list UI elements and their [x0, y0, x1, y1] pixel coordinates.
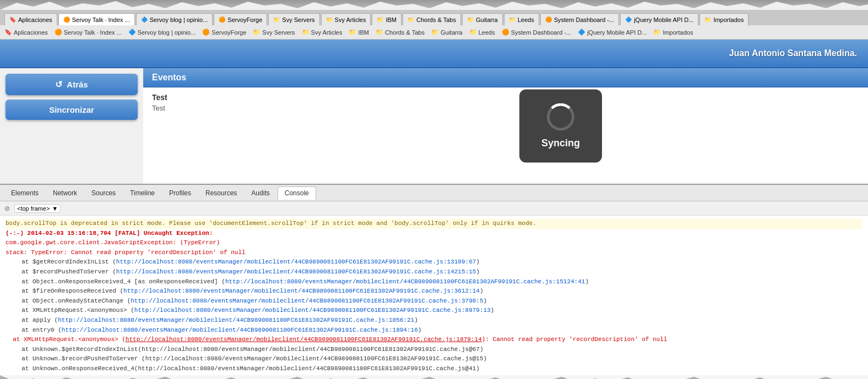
tab-favicon: 📁 [408, 17, 414, 23]
sync-button[interactable]: Sincronizar [6, 100, 138, 120]
bookmark-favicon: 🔖 [4, 29, 12, 36]
bookmark-favicon: 🟠 [202, 29, 210, 36]
bookmark-label: Servoy blog | opinio... [138, 29, 196, 36]
tab-importados[interactable]: 📁 Importados [699, 13, 748, 25]
tab-profiles[interactable]: Profiles [162, 187, 198, 199]
bookmark-jquery[interactable]: 🔷 jQuery Mobile API D... [578, 29, 647, 36]
bookmark-label: ServoyForge [211, 29, 246, 36]
tab-label: Svy Articles [335, 17, 366, 23]
tab-audits[interactable]: Audits [245, 187, 276, 199]
event-subtitle: Test [152, 104, 859, 112]
console-line-warning: body.scrollTop is deprecated in strict m… [6, 219, 862, 229]
tab-favicon: 🟠 [63, 17, 70, 23]
content-area: Eventos Test Test Syncing [143, 68, 868, 184]
events-header: Eventos [143, 68, 868, 87]
sync-label: Sincronizar [49, 105, 94, 114]
syncing-spinner [547, 103, 574, 131]
header-bar: Juan Antonio Santana Medina. [0, 40, 868, 68]
events-content: Test Test [143, 87, 868, 118]
tab-favicon: 📁 [467, 17, 474, 23]
bookmark-guitarra[interactable]: 📁 Guitarra [431, 29, 463, 36]
tab-network[interactable]: Network [46, 187, 84, 199]
tab-label: IBM [386, 17, 397, 23]
bookmark-servoy-talk[interactable]: 🟠 Servoy Talk · Index ... [55, 29, 122, 36]
devtools-tabs: Elements Network Sources Timeline Profil… [0, 185, 868, 201]
tab-label: ServoyForge [227, 17, 262, 23]
bookmark-chords[interactable]: 📁 Chords & Tabs [376, 29, 425, 36]
bookmark-label: System Dashboard -... [511, 29, 571, 36]
console-line-stack-6: at XMLHttpRequest.<anonymous> (http://lo… [6, 306, 862, 316]
tab-label: jQuery Mobile API D... [634, 17, 693, 23]
tab-timeline[interactable]: Timeline [123, 187, 161, 199]
tab-label: Importados [713, 17, 744, 23]
console-line-error-2: stack: TypeError: Cannot read property '… [6, 248, 862, 258]
tab-aplicaciones[interactable]: 🔖 Aplicaciones [4, 13, 57, 25]
console-line-fatal: (-:-) 2014-02-03 15:16:18,704 [FATAL] Un… [6, 229, 862, 239]
console-line-stack-10: at Unknown.$recordPushedToServer (http:/… [6, 354, 862, 364]
devtools-panel: Elements Network Sources Timeline Profil… [0, 184, 868, 375]
console-line-error-long: at XMLHttpRequest.<anonymous> (http://lo… [6, 335, 862, 345]
bookmark-importados[interactable]: 📁 Importados [653, 29, 693, 36]
bookmark-favicon: 🔷 [578, 29, 585, 36]
tab-ibm[interactable]: 📁 IBM [372, 13, 402, 25]
tab-svy-servers[interactable]: 📁 Svy Servers [268, 13, 319, 25]
back-button[interactable]: ↺ Atrás [6, 74, 138, 95]
bookmark-favicon: 🟠 [55, 29, 62, 36]
console-output[interactable]: body.scrollTop is deprecated in strict m… [0, 216, 868, 375]
tab-system-dashboard[interactable]: 🟠 System Dashboard -... [540, 13, 619, 25]
tab-guitarra[interactable]: 📁 Guitarra [462, 13, 503, 25]
tab-servoy-talk[interactable]: 🟠 Servoy Talk · Index ... [58, 13, 135, 25]
bookmark-svy-servers[interactable]: 📁 Svy Servers [253, 29, 295, 36]
tab-label: System Dashboard -... [554, 17, 614, 23]
bookmark-label: IBM [358, 29, 369, 36]
tab-label: Servoy blog | opinio... [150, 17, 208, 23]
bookmark-favicon: 📁 [653, 29, 661, 36]
frame-selector-label: <top frame> [17, 205, 50, 212]
bookmark-servoyforge[interactable]: 🟠 ServoyForge [202, 29, 246, 36]
console-line-stack-8: at entry0 (http://localhost:8080/eventsM… [6, 326, 862, 336]
bookmark-leeds[interactable]: 📁 Leeds [469, 29, 495, 36]
events-title: Eventos [152, 73, 186, 82]
tab-elements[interactable]: Elements [4, 187, 45, 199]
tab-svy-articles[interactable]: 📁 Svy Articles [321, 13, 371, 25]
bookmark-label: Aplicaciones [14, 29, 48, 36]
bookmark-label: Leeds [479, 29, 495, 36]
bookmark-aplicaciones[interactable]: 🔖 Aplicaciones [4, 29, 48, 36]
tab-console[interactable]: Console [278, 186, 316, 200]
bookmark-label: Servoy Talk · Index ... [64, 29, 122, 36]
tab-favicon: 📁 [509, 17, 516, 23]
tab-servoy-blog[interactable]: 🔷 Servoy blog | opinio... [136, 13, 213, 25]
frame-selector-arrow: ▼ [52, 205, 58, 212]
tab-servoyforge[interactable]: 🟠 ServoyForge [214, 13, 267, 25]
tab-chords[interactable]: 📁 Chords & Tabs [403, 13, 461, 25]
bookmark-svy-articles[interactable]: 📁 Svy Articles [302, 29, 343, 36]
tab-leeds[interactable]: 📁 Leeds [504, 13, 539, 25]
tab-favicon: 🟠 [545, 17, 552, 23]
back-label: Atrás [67, 80, 88, 89]
bookmark-label: jQuery Mobile API D... [587, 29, 647, 36]
devtools-filter-bar: ⊘ <top frame> ▼ [0, 201, 868, 216]
frame-selector[interactable]: <top frame> ▼ [14, 204, 61, 213]
tab-resources[interactable]: Resources [199, 187, 243, 199]
tab-bar: 🔖 Aplicaciones 🟠 Servoy Talk · Index ...… [0, 10, 868, 25]
bookmark-favicon: 📁 [302, 29, 310, 36]
tab-favicon: 📁 [704, 17, 711, 23]
bookmark-label: Svy Articles [311, 29, 343, 36]
console-line-stack-2: at $recordPushedToServer (http://localho… [6, 267, 862, 277]
bookmark-label: Guitarra [441, 29, 463, 36]
console-line-stack-4: at $fireOnResponseReceived (http://local… [6, 287, 862, 296]
tab-jquery[interactable]: 🔷 jQuery Mobile API D... [620, 13, 698, 25]
header-username: Juan Antonio Santana Medina. [729, 48, 857, 58]
bookmark-servoy-blog[interactable]: 🔷 Servoy blog | opinio... [128, 29, 196, 36]
bookmark-system-dashboard[interactable]: 🟠 System Dashboard -... [502, 29, 571, 36]
bookmark-ibm[interactable]: 📁 IBM [349, 29, 369, 36]
tab-label: Chords & Tabs [416, 17, 456, 23]
tab-favicon: 🟠 [219, 17, 225, 23]
app-container: Juan Antonio Santana Medina. ↺ Atrás Sin… [0, 40, 868, 375]
bookmark-favicon: 🟠 [502, 29, 509, 36]
tab-sources[interactable]: Sources [85, 187, 122, 199]
tab-resources-label: Resources [205, 189, 237, 197]
tab-label: Leeds [518, 17, 534, 23]
bookmark-label: Svy Servers [262, 29, 295, 36]
tab-label: Svy Servers [282, 17, 314, 23]
